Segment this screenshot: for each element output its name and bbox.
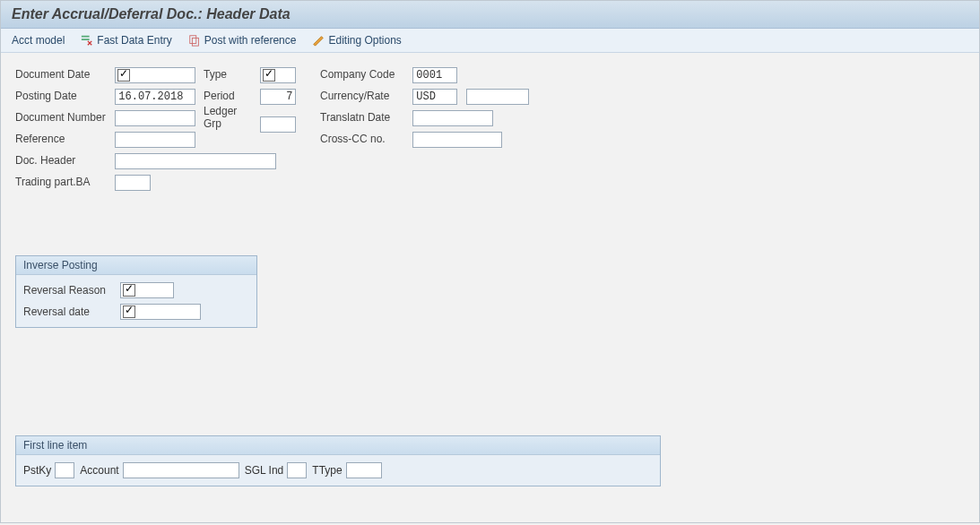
- doc-header-input[interactable]: [115, 153, 276, 169]
- ledger-grp-input[interactable]: [260, 116, 296, 133]
- editing-options-button[interactable]: Editing Options: [312, 34, 401, 47]
- reference-input[interactable]: [115, 132, 195, 148]
- type-label: Type: [204, 68, 257, 81]
- toolbar-label: Post with reference: [204, 34, 297, 47]
- reference-label: Reference: [15, 133, 112, 145]
- svg-rect-1: [82, 39, 90, 40]
- toolbar-label: Editing Options: [328, 34, 401, 47]
- first-line-item-group: First line item PstKy Account SGL Ind TT…: [15, 435, 661, 486]
- ttype-label: TType: [312, 464, 342, 477]
- reversal-date-label: Reversal date: [23, 306, 120, 318]
- toolbar-label: Acct model: [12, 34, 65, 47]
- posting-date-label: Posting Date: [15, 90, 112, 102]
- svg-rect-0: [82, 36, 90, 38]
- cross-cc-no-label: Cross-CC no.: [320, 133, 410, 145]
- translatn-date-label: Translatn Date: [320, 111, 410, 124]
- doc-header-label: Doc. Header: [15, 154, 112, 167]
- svg-rect-3: [192, 38, 198, 46]
- posting-date-input[interactable]: [115, 89, 195, 105]
- pstky-label: PstKy: [23, 464, 51, 477]
- reversal-reason-search-icon[interactable]: [123, 284, 135, 297]
- reversal-date-search-icon[interactable]: [123, 306, 135, 318]
- first-line-item-title: First line item: [16, 436, 660, 455]
- pstky-input[interactable]: [55, 462, 74, 478]
- company-code-input[interactable]: [412, 67, 457, 83]
- acct-model-button[interactable]: Acct model: [12, 34, 65, 47]
- pencil-icon: [312, 34, 325, 47]
- document-date-label: Document Date: [15, 68, 112, 81]
- trading-part-ba-input[interactable]: [115, 175, 151, 191]
- account-input[interactable]: [123, 462, 239, 478]
- document-number-input[interactable]: [115, 110, 195, 126]
- rate-input[interactable]: [466, 89, 529, 105]
- toolbar: Acct model Fast Data Entry Post with ref…: [1, 29, 979, 53]
- reversal-reason-label: Reversal Reason: [23, 284, 120, 297]
- svg-rect-2: [189, 36, 195, 44]
- sgl-ind-input[interactable]: [287, 462, 307, 478]
- inverse-posting-group: Inverse Posting Reversal Reason Reversal…: [15, 255, 257, 328]
- translatn-date-input[interactable]: [412, 110, 493, 126]
- fast-data-entry-button[interactable]: Fast Data Entry: [81, 34, 171, 47]
- inverse-posting-title: Inverse Posting: [16, 256, 256, 275]
- post-with-reference-button[interactable]: Post with reference: [188, 34, 297, 47]
- period-label: Period: [204, 90, 257, 102]
- trading-part-ba-label: Trading part.BA: [15, 176, 112, 188]
- sgl-ind-label: SGL Ind: [245, 464, 284, 477]
- currency-input[interactable]: [412, 89, 457, 105]
- cross-cc-no-input[interactable]: [412, 132, 502, 148]
- ttype-input[interactable]: [346, 462, 382, 478]
- document-number-label: Document Number: [15, 111, 112, 124]
- account-label: Account: [80, 464, 118, 477]
- title-bar: Enter Accrual/Deferral Doc.: Header Data: [1, 1, 979, 29]
- toolbar-label: Fast Data Entry: [97, 34, 171, 47]
- document-date-search-icon[interactable]: [117, 69, 130, 82]
- company-code-label: Company Code: [320, 68, 410, 81]
- currency-rate-label: Currency/Rate: [320, 90, 410, 102]
- period-input[interactable]: [260, 89, 296, 105]
- edit-list-icon: [81, 34, 93, 47]
- copy-doc-icon: [188, 34, 201, 47]
- ledger-grp-label: Ledger Grp: [204, 105, 257, 130]
- type-search-icon[interactable]: [263, 69, 275, 82]
- page-title: Enter Accrual/Deferral Doc.: Header Data: [12, 6, 968, 22]
- header-fields: Document Date Type Company Code: [15, 65, 965, 193]
